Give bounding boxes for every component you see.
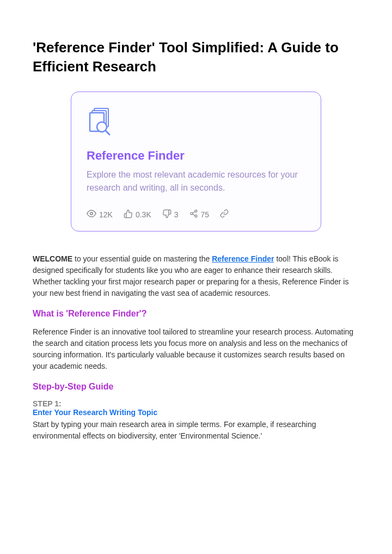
card-stats: 12K 0.3K 3: [87, 209, 305, 220]
svg-line-8: [106, 131, 109, 135]
reference-finder-link[interactable]: Reference Finder: [212, 254, 274, 263]
dislikes-count: 3: [174, 210, 179, 219]
intro-paragraph: WELCOME to your essential guide on maste…: [33, 253, 359, 299]
views-stat: 12K: [87, 209, 113, 220]
thumbs-up-icon: [124, 209, 133, 220]
what-is-body: Reference Finder is an innovative tool t…: [33, 326, 359, 372]
step-1-label: STEP 1:: [33, 399, 359, 408]
documents-search-icon: [87, 106, 305, 139]
intro-text-1: to your essential guide on mastering the: [72, 254, 212, 263]
reference-finder-card: Reference Finder Explore the most releva…: [71, 92, 321, 232]
welcome-label: WELCOME: [33, 254, 72, 263]
svg-point-11: [191, 212, 193, 215]
link-stat: [220, 209, 229, 220]
card-wrapper: Reference Finder Explore the most releva…: [33, 92, 359, 232]
what-is-heading: What is 'Reference Finder'?: [33, 309, 359, 319]
step-1-body: Start by typing your main research area …: [33, 419, 359, 442]
thumbs-down-icon: [162, 209, 171, 220]
svg-point-9: [90, 212, 93, 215]
views-count: 12K: [99, 210, 113, 219]
share-icon: [189, 209, 198, 220]
svg-line-13: [192, 214, 195, 216]
likes-count: 0.3K: [136, 210, 151, 219]
shares-stat: 75: [189, 209, 210, 220]
card-title: Reference Finder: [87, 149, 305, 163]
page-title: 'Reference Finder' Tool Simplified: A Gu…: [33, 38, 359, 76]
svg-line-14: [192, 212, 195, 214]
dislikes-stat: 3: [162, 209, 179, 220]
svg-point-10: [195, 210, 197, 212]
svg-point-12: [195, 215, 197, 217]
shares-count: 75: [201, 210, 210, 219]
link-icon: [220, 209, 229, 220]
likes-stat: 0.3K: [124, 209, 151, 220]
eye-icon: [87, 209, 96, 220]
card-description: Explore the most relevant academic resou…: [87, 168, 305, 194]
step-guide-heading: Step-by-Step Guide: [33, 382, 359, 392]
step-1-title: Enter Your Research Writing Topic: [33, 408, 359, 417]
